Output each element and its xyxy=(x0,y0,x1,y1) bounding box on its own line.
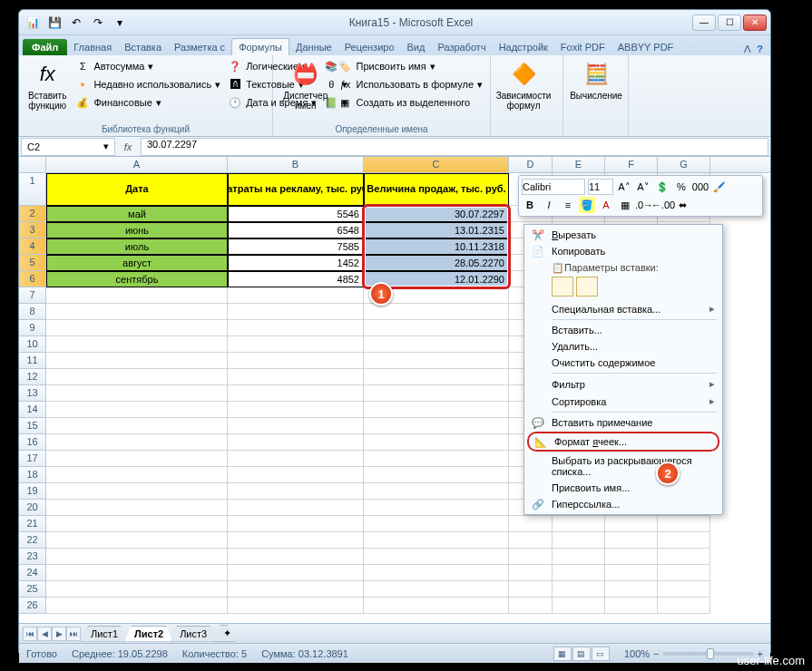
cell[interactable]: сентябрь xyxy=(46,271,228,287)
cell[interactable] xyxy=(658,565,710,581)
cell[interactable] xyxy=(228,402,364,418)
menu-dropdown-list[interactable]: Выбрать из раскрывающегося списка... xyxy=(526,452,720,480)
row-header[interactable]: 19 xyxy=(19,483,46,500)
font-name-input[interactable] xyxy=(522,179,585,195)
sheet-nav-next[interactable]: ▶ xyxy=(52,627,66,641)
cell[interactable] xyxy=(46,549,228,565)
cell[interactable]: май xyxy=(46,206,228,222)
cell[interactable] xyxy=(509,565,553,581)
cell[interactable] xyxy=(46,402,228,418)
cell[interactable] xyxy=(228,336,364,353)
tab-foxit[interactable]: Foxit PDF xyxy=(554,39,611,55)
cell[interactable] xyxy=(46,565,228,581)
cell[interactable] xyxy=(46,320,228,336)
view-pagebreak-icon[interactable]: ▭ xyxy=(592,647,610,661)
row-header[interactable]: 14 xyxy=(19,402,46,418)
row-header[interactable]: 6 xyxy=(19,271,46,287)
row-header[interactable]: 17 xyxy=(19,451,46,467)
paste-option-2[interactable] xyxy=(576,277,598,297)
cell[interactable]: август xyxy=(46,255,228,271)
cell[interactable] xyxy=(228,304,364,320)
cell[interactable] xyxy=(364,532,509,549)
grow-font-icon[interactable]: A˄ xyxy=(616,179,632,195)
sheet-nav-prev[interactable]: ◀ xyxy=(37,627,52,641)
financial-button[interactable]: 💰Финансовые ▾ xyxy=(73,94,222,111)
row-header[interactable]: 22 xyxy=(19,532,46,549)
tab-formulas[interactable]: Формулы xyxy=(231,38,289,55)
cell[interactable] xyxy=(658,581,710,598)
cell[interactable] xyxy=(228,516,364,532)
redo-button[interactable]: ↷ xyxy=(88,14,108,32)
cell[interactable]: Величина продаж, тыс. руб. xyxy=(364,173,509,206)
cell[interactable] xyxy=(364,418,509,434)
cell[interactable] xyxy=(46,532,228,549)
cell[interactable] xyxy=(46,385,228,402)
calculation-button[interactable]: 🧮 Вычисление xyxy=(569,58,623,102)
cell[interactable] xyxy=(605,549,658,565)
cell[interactable]: 13.01.2315 xyxy=(364,222,509,238)
cell[interactable] xyxy=(228,353,364,369)
view-normal-icon[interactable]: ▦ xyxy=(553,647,572,661)
menu-define-name[interactable]: Присвоить имя... xyxy=(526,480,720,496)
cell[interactable] xyxy=(364,451,509,467)
close-button[interactable]: ✕ xyxy=(743,15,767,31)
bold-icon[interactable]: B xyxy=(522,197,538,213)
cell[interactable] xyxy=(364,549,509,565)
insert-function-button[interactable]: fx Вставить функцию xyxy=(24,58,70,112)
col-header[interactable]: G xyxy=(658,157,710,172)
row-header[interactable]: 25 xyxy=(19,581,46,598)
sheet-tab[interactable]: Лист2 xyxy=(124,626,173,642)
row-header[interactable]: 2 xyxy=(19,206,46,222)
cell[interactable] xyxy=(228,434,364,451)
paste-option-1[interactable] xyxy=(552,277,573,297)
col-header[interactable]: A xyxy=(46,157,228,172)
cell[interactable] xyxy=(46,451,228,467)
row-header[interactable]: 13 xyxy=(19,385,46,402)
cell[interactable] xyxy=(364,369,509,385)
col-header[interactable]: D xyxy=(509,157,553,172)
cell[interactable] xyxy=(228,451,364,467)
shrink-font-icon[interactable]: A˅ xyxy=(635,179,651,195)
cell[interactable] xyxy=(605,532,658,549)
cell[interactable] xyxy=(364,565,509,581)
qat-more-icon[interactable]: ▾ xyxy=(110,14,130,32)
recently-used-button[interactable]: 🔸Недавно использовались ▾ xyxy=(73,76,222,92)
cell[interactable] xyxy=(364,467,509,483)
col-header[interactable]: C xyxy=(364,157,509,172)
cell[interactable] xyxy=(364,402,509,418)
cell[interactable] xyxy=(605,581,658,598)
cell[interactable]: июнь xyxy=(46,222,228,238)
view-pagelayout-icon[interactable]: ▤ xyxy=(572,647,591,661)
row-header[interactable]: 12 xyxy=(19,369,46,385)
cell[interactable]: июль xyxy=(46,238,228,255)
cell[interactable] xyxy=(46,304,228,320)
cell[interactable] xyxy=(228,418,364,434)
row-header[interactable]: 26 xyxy=(19,598,46,614)
cell[interactable]: 1452 xyxy=(228,255,364,271)
fill-color-icon[interactable]: 🪣 xyxy=(579,197,595,213)
formula-auditing-button[interactable]: 🔶 Зависимости формул xyxy=(496,58,551,112)
menu-copy[interactable]: 📄Копировать xyxy=(526,243,720,259)
cell[interactable] xyxy=(553,532,605,549)
row-header[interactable]: 16 xyxy=(19,434,46,451)
zoom-out-button[interactable]: − xyxy=(653,648,659,659)
decrease-decimal-icon[interactable]: .0→ xyxy=(636,197,652,213)
col-header[interactable]: B xyxy=(228,157,364,172)
cell[interactable] xyxy=(364,336,509,353)
cell[interactable]: 5546 xyxy=(228,206,364,222)
select-all-corner[interactable] xyxy=(19,157,46,172)
cell[interactable] xyxy=(509,581,553,598)
cell[interactable] xyxy=(228,532,364,549)
format-painter-icon[interactable]: 🖌️ xyxy=(711,179,728,195)
cell[interactable] xyxy=(658,532,710,549)
cell[interactable] xyxy=(228,467,364,483)
cell[interactable]: 6548 xyxy=(228,222,364,238)
menu-cut[interactable]: ✂️Вырезать xyxy=(526,227,720,243)
cell[interactable] xyxy=(509,532,553,549)
sheet-nav-last[interactable]: ⏭ xyxy=(66,627,81,641)
row-header[interactable]: 5 xyxy=(19,255,46,271)
row-header[interactable]: 15 xyxy=(19,418,46,434)
cell[interactable]: Затраты на рекламу, тыс. руб. xyxy=(228,173,364,206)
menu-clear[interactable]: Очистить содержимое xyxy=(526,355,720,371)
cell[interactable] xyxy=(46,598,228,614)
